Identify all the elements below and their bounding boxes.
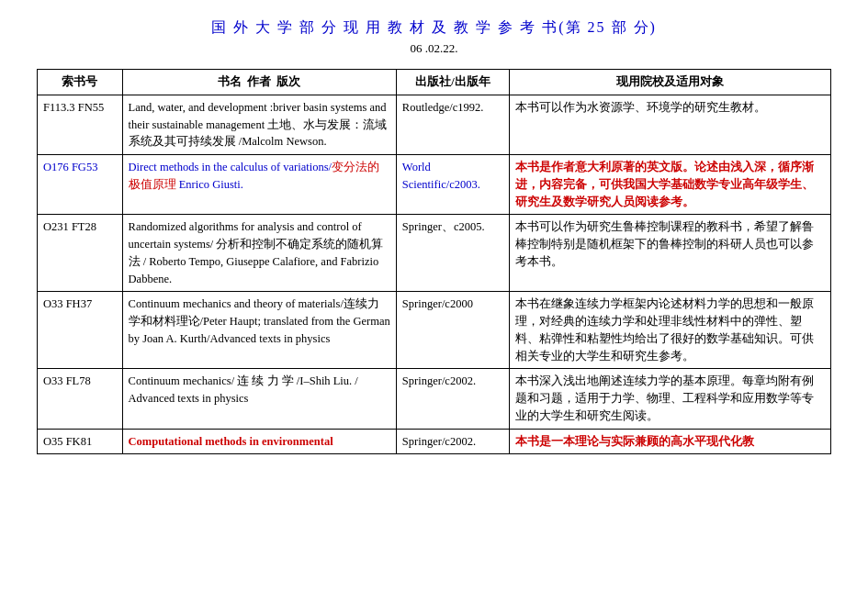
cell-call: O176 FG53 [38,155,123,215]
cell-call: O33 FH37 [38,292,123,369]
cell-call: O35 FK81 [38,429,123,454]
cell-pub: Springer、c2005. [396,215,509,292]
cell-pub: Springer/c2000 [396,292,509,369]
table-row: O33 FH37Continuum mechanics and theory o… [38,292,831,369]
cell-call: O231 FT28 [38,215,123,292]
cell-desc: 本书可以作为水资源学、环境学的研究生教材。 [510,95,831,154]
cell-desc: 本书是一本理论与实际兼顾的高水平现代化教 [510,429,831,454]
cell-desc: 本书是作者意大利原著的英文版。论述由浅入深，循序渐进，内容完备，可供我国大学基础… [510,155,831,215]
cell-pub: Springer/c2002. [396,369,509,429]
page-title: 国 外 大 学 部 分 现 用 教 材 及 教 学 参 考 书(第 25 部 分… [37,18,831,38]
cell-title: Computational methods in environmental [122,429,396,454]
cell-pub: Routledge/c1992. [396,95,509,154]
cell-desc: 本书可以作为研究生鲁棒控制课程的教科书，希望了解鲁棒控制特别是随机框架下的鲁棒控… [510,215,831,292]
header-pub: 出版社/出版年 [396,70,509,95]
table-row: O176 FG53Direct methods in the calculus … [38,155,831,215]
header-title: 书名 作者 版次 [122,70,396,95]
cell-call: F113.3 FN55 [38,95,123,154]
table-row: O35 FK81Computational methods in environ… [38,429,831,454]
page-date: 06 .02.22. [37,41,831,56]
cell-desc: 本书深入浅出地阐述连续力学的基本原理。每章均附有例题和习题，适用于力学、物理、工… [510,369,831,429]
cell-title: Direct methods in the calculus of variat… [122,155,396,215]
cell-desc: 本书在继象连续力学框架内论述材料力学的思想和一般原理，对经典的连续力学和处理非线… [510,292,831,369]
table-row: O231 FT28Randomized algorithms for analy… [38,215,831,292]
table-row: F113.3 FN55Land, water, and development … [38,95,831,154]
table-row: O33 FL78Continuum mechanics/ 连 续 力 学 /I–… [38,369,831,429]
cell-call: O33 FL78 [38,369,123,429]
cell-pub: Springer/c2002. [396,429,509,454]
header-call: 索书号 [38,70,123,95]
main-table: 索书号 书名 作者 版次 出版社/出版年 现用院校及适用对象 F113.3 FN… [37,69,831,454]
cell-title: Randomized algorithms for analysis and c… [122,215,396,292]
header-desc: 现用院校及适用对象 [510,70,831,95]
cell-title: Continuum mechanics and theory of materi… [122,292,396,369]
cell-title: Continuum mechanics/ 连 续 力 学 /I–Shih Liu… [122,369,396,429]
cell-pub: World Scientific/c2003. [396,155,509,215]
cell-title: Land, water, and development :briver bas… [122,95,396,154]
table-header-row: 索书号 书名 作者 版次 出版社/出版年 现用院校及适用对象 [38,70,831,95]
